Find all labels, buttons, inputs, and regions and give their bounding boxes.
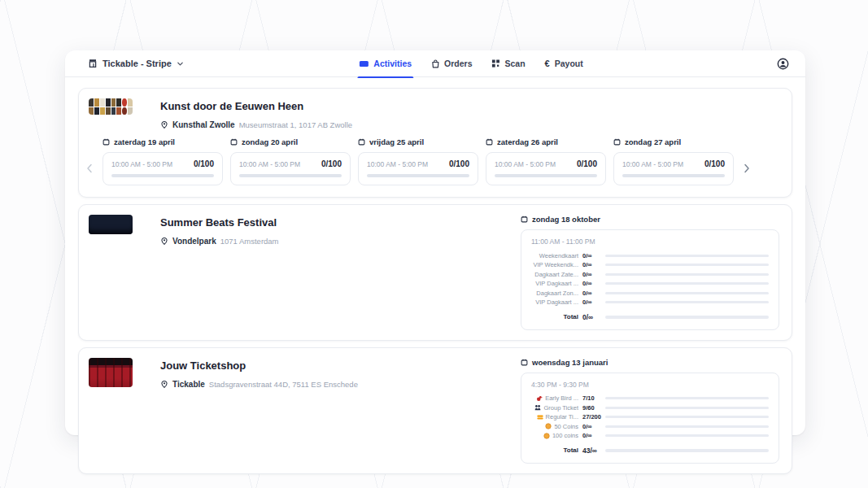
carousel-prev-button[interactable] [84,160,95,176]
timeslot-time: 10:00 AM - 5:00 PM [622,160,683,168]
account-circle-icon [777,58,789,70]
progress-track [605,407,769,409]
session-box: 4:30 PM - 9:30 PM Early Bird ... 7/10 Gr… [521,373,779,464]
session-time: 4:30 PM - 9:30 PM [531,381,769,389]
event-thumbnail [89,358,133,387]
date-slot: zondag 20 april 10:00 AM - 5:00 PM 0/100 [230,137,351,185]
progress-track [111,174,214,177]
session-panel: zondag 18 oktober 11:00 AM - 11:00 PM We… [521,215,779,330]
event-header: Summer Beats Festival Vondelpark 1071 Am… [89,215,521,330]
ticket-row: 100 coins 0/∞ [531,433,769,439]
tab-activities[interactable]: Activities [359,50,412,77]
app-window: Tickable - Stripe Activities Orders [65,50,805,435]
scan-qr-icon [491,59,499,68]
timeslot-count: 0/100 [321,159,342,168]
date-slot: zaterdag 19 april 10:00 AM - 5:00 PM 0/1… [103,137,223,185]
progress-track [605,416,769,418]
ticket-row: Weekendkaart 0/∞ [531,252,769,259]
venue-name: Tickable [172,380,205,389]
venue-address: Museumstraat 1, 1017 AB Zwolle [239,120,352,129]
event-title: Kunst door de Eeuwen Heen [160,100,352,112]
timeslot-card[interactable]: 10:00 AM - 5:00 PM 0/100 [230,152,351,185]
chevron-down-icon [177,60,184,68]
ticket-row: VIP Dagkaart ... 0/∞ [531,299,769,306]
top-nav-bar: Tickable - Stripe Activities Orders [65,50,805,77]
tab-payout[interactable]: € Payout [545,50,583,77]
account-name: Tickable - Stripe [103,59,172,68]
location-pin-icon [160,380,168,389]
activities-icon [359,60,369,68]
progress-track [605,273,769,276]
group-ticket-icon [534,404,541,411]
progress-track [367,174,469,177]
timeslot-time: 10:00 AM - 5:00 PM [111,160,172,168]
event-thumbnail [89,215,133,234]
ticket-row: VIP Weekendk... 0/∞ [531,262,769,268]
coin-icon [545,423,552,429]
event-title: Jouw Ticketshop [160,359,358,372]
calendar-icon [521,359,528,366]
orders-bag-icon [431,59,439,68]
event-thumbnail [89,98,133,115]
timeslot-card[interactable]: 10:00 AM - 5:00 PM 0/100 [358,152,478,185]
calendar-icon [230,138,238,146]
date-slot: zondag 27 april 10:00 AM - 5:00 PM 0/100 [613,137,734,185]
early-bird-icon [536,395,543,402]
carousel-next-button[interactable] [741,160,752,176]
progress-track [605,301,769,303]
venue-name: Kunsthal Zwolle [172,120,235,129]
session-panel: woensdag 13 januari 4:30 PM - 9:30 PM Ea… [521,358,779,464]
timeslot-time: 10:00 AM - 5:00 PM [495,160,556,168]
timeslot-card[interactable]: 10:00 AM - 5:00 PM 0/100 [486,152,606,185]
ticket-row: Group Ticket 9/60 [531,404,769,411]
progress-track [605,255,769,257]
ticket-row: Dagkaart Zate... 0/∞ [531,271,769,277]
session-time: 11:00 AM - 11:00 PM [531,237,769,246]
calendar-icon [613,138,621,146]
activities-list: Kunst door de Eeuwen Heen Kunsthal Zwoll… [65,77,805,481]
progress-track [605,282,769,285]
event-card-kunst[interactable]: Kunst door de Eeuwen Heen Kunsthal Zwoll… [78,88,792,198]
progress-track [605,449,769,452]
calendar-icon [103,138,110,146]
calendar-icon [358,138,365,146]
event-header: Jouw Ticketshop Tickable Stadsgravenstra… [89,358,521,464]
regular-ticket-icon [537,414,543,420]
progress-track [605,264,769,266]
progress-track [495,174,597,177]
progress-track [622,174,725,177]
venue-address: 1071 Amsterdam [220,237,279,246]
event-card-summer-beats[interactable]: Summer Beats Festival Vondelpark 1071 Am… [78,204,792,341]
progress-track [605,292,769,294]
ticket-row: VIP Dagkaart ... 0/∞ [531,281,769,287]
ticket-row: Early Bird ... 7/10 [531,395,769,402]
progress-track [605,397,769,399]
ticket-row: 50 Coins 0/∞ [531,423,769,429]
timeslot-count: 0/100 [194,159,214,168]
progress-track [239,174,342,177]
event-card-jouw-ticketshop[interactable]: Jouw Ticketshop Tickable Stadsgravenstra… [78,347,792,474]
date-carousel: zaterdag 19 april 10:00 AM - 5:00 PM 0/1… [79,129,792,197]
calendar-icon [486,138,493,146]
timeslot-count: 0/100 [704,159,725,168]
date-slot: vrijdag 25 april 10:00 AM - 5:00 PM 0/10… [358,137,478,185]
progress-track [605,316,769,319]
timeslot-card[interactable]: 10:00 AM - 5:00 PM 0/100 [103,152,223,185]
venue-name: Vondelpark [172,237,216,246]
user-avatar-button[interactable] [777,58,789,70]
total-row: Total 43/∞ [531,447,769,455]
account-selector[interactable]: Tickable - Stripe [88,59,184,68]
progress-track [605,425,769,428]
ticket-row: Dagkaart Zon... 0/∞ [531,290,769,296]
location-pin-icon [160,120,168,129]
venue-address: Stadsgravenstraat 44D, 7511 ES Enschede [209,380,358,389]
location-pin-icon [160,237,168,246]
storefront-icon [88,59,98,68]
tab-orders[interactable]: Orders [431,50,472,77]
event-header: Kunst door de Eeuwen Heen Kunsthal Zwoll… [79,89,792,129]
coin-icon [543,433,550,439]
tab-scan[interactable]: Scan [491,50,525,77]
event-title: Summer Beats Festival [160,216,279,229]
total-row: Total 0/∞ [531,313,769,321]
timeslot-card[interactable]: 10:00 AM - 5:00 PM 0/100 [613,152,734,185]
